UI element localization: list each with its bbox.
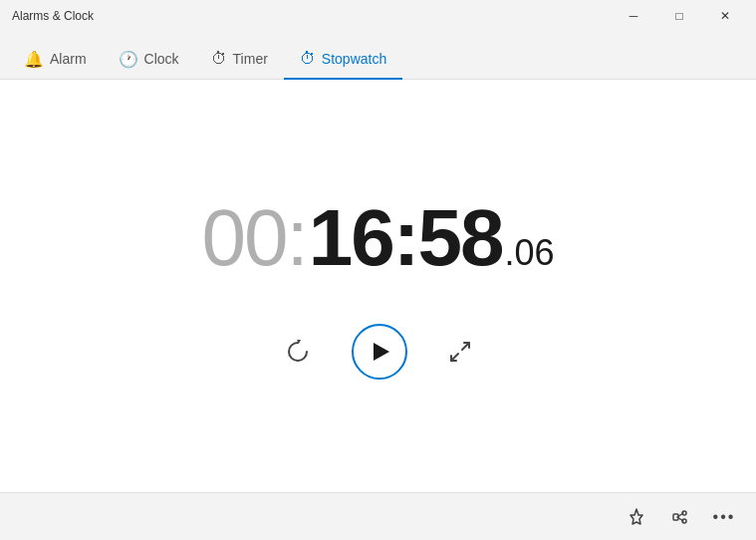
app-title: Alarms & Clock	[12, 9, 94, 23]
stopwatch-hours: 00	[202, 192, 287, 284]
window-controls: ─ □ ✕	[611, 0, 748, 32]
more-button[interactable]: •••	[704, 497, 744, 537]
reset-button[interactable]	[284, 338, 312, 366]
svg-line-2	[451, 354, 458, 361]
pin-icon	[627, 507, 646, 527]
stopwatch-separator-dim: :	[287, 192, 309, 284]
stopwatch-display: 00 : 16:58 .06	[202, 192, 555, 284]
svg-line-1	[462, 343, 469, 350]
play-icon	[374, 343, 389, 361]
tab-alarm-label: Alarm	[50, 51, 87, 67]
tab-stopwatch[interactable]: ⏱ Stopwatch	[284, 40, 402, 80]
close-button[interactable]: ✕	[702, 0, 748, 32]
pin-button[interactable]	[617, 497, 656, 537]
clock-icon: 🕐	[119, 50, 138, 69]
tab-clock[interactable]: 🕐 Clock	[103, 40, 195, 80]
share-button[interactable]	[660, 497, 700, 537]
svg-rect-3	[673, 514, 678, 520]
svg-point-5	[682, 519, 686, 523]
svg-point-4	[682, 511, 686, 515]
stopwatch-milliseconds: .06	[504, 232, 554, 274]
stopwatch-controls	[284, 324, 473, 380]
minimize-button[interactable]: ─	[611, 0, 656, 32]
bottom-bar: •••	[0, 492, 756, 540]
expand-button[interactable]	[447, 339, 473, 365]
reset-icon	[284, 338, 312, 366]
share-icon	[670, 507, 690, 527]
maximize-button[interactable]: □	[656, 0, 702, 32]
tab-clock-label: Clock	[144, 51, 179, 67]
tab-stopwatch-label: Stopwatch	[322, 51, 386, 67]
timer-icon: ⏱	[211, 50, 227, 68]
tab-timer[interactable]: ⏱ Timer	[195, 40, 284, 80]
more-icon: •••	[713, 508, 736, 526]
title-bar: Alarms & Clock ─ □ ✕	[0, 0, 756, 32]
tab-alarm[interactable]: 🔔 Alarm	[8, 40, 103, 80]
tab-timer-label: Timer	[233, 51, 268, 67]
stopwatch-minutes-seconds: 16:58	[309, 192, 503, 284]
main-content: 00 : 16:58 .06	[0, 80, 756, 492]
stopwatch-icon: ⏱	[300, 50, 316, 68]
play-button[interactable]	[352, 324, 407, 380]
nav-bar: 🔔 Alarm 🕐 Clock ⏱ Timer ⏱ Stopwatch	[0, 32, 756, 80]
alarm-icon: 🔔	[24, 50, 44, 69]
expand-icon	[447, 339, 473, 365]
